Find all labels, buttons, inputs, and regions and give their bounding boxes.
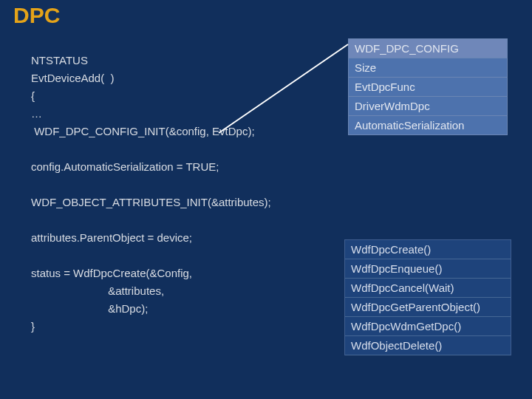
function-row: WdfObjectDelete(): [345, 336, 511, 355]
struct-table: WDF_DPC_CONFIG Size EvtDpcFunc DriverWdm…: [348, 38, 508, 135]
function-row: WdfDpcEnqueue(): [345, 259, 511, 279]
struct-row: EvtDpcFunc: [349, 78, 507, 97]
function-row: WdfDpcCancel(Wait): [345, 279, 511, 298]
struct-header: WDF_DPC_CONFIG: [349, 39, 507, 58]
function-row: WdfDpcWdmGetDpc(): [345, 317, 511, 336]
page-title: DPC: [13, 3, 60, 28]
function-table: WdfDpcCreate() WdfDpcEnqueue() WdfDpcCan…: [344, 239, 511, 355]
function-row: WdfDpcCreate(): [345, 240, 511, 259]
code-block: NTSTATUS EvtDeviceAdd( ) { … WDF_DPC_CON…: [31, 52, 271, 335]
function-row: WdfDpcGetParentObject(): [345, 298, 511, 317]
struct-row: Size: [349, 58, 507, 78]
struct-row: DriverWdmDpc: [349, 97, 507, 116]
struct-row: AutomaticSerialization: [349, 116, 507, 135]
